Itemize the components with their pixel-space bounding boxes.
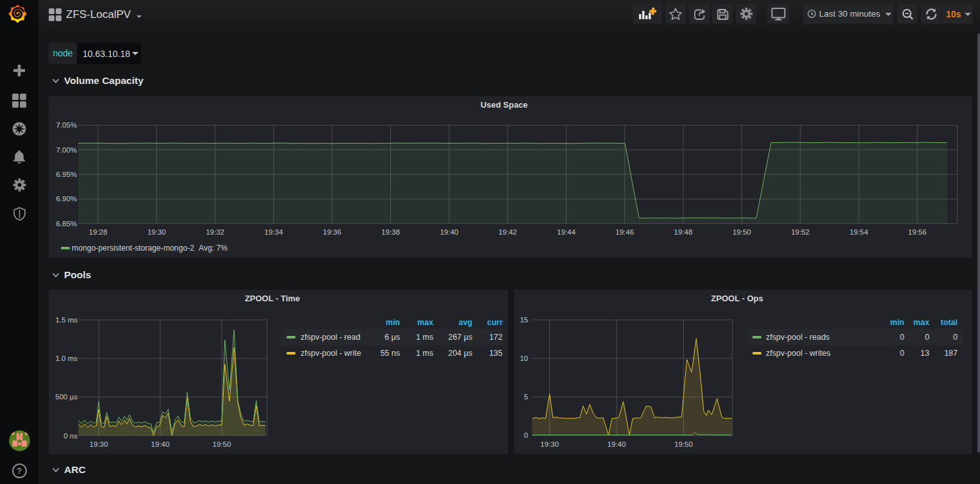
svg-text:19:56: 19:56 <box>908 228 927 236</box>
svg-text:19:50: 19:50 <box>733 228 751 236</box>
svg-text:19:46: 19:46 <box>615 228 634 236</box>
svg-text:19:30: 19:30 <box>540 440 559 448</box>
svg-text:6.90%: 6.90% <box>56 195 77 203</box>
svg-text:6.85%: 6.85% <box>56 220 77 228</box>
svg-text:0: 0 <box>524 431 528 439</box>
svg-text:15: 15 <box>520 316 528 324</box>
svg-text:19:36: 19:36 <box>323 228 342 236</box>
svg-text:19:32: 19:32 <box>206 228 224 236</box>
svg-text:19:42: 19:42 <box>499 228 517 236</box>
svg-text:19:40: 19:40 <box>608 440 626 448</box>
svg-text:6.95%: 6.95% <box>56 171 77 178</box>
svg-text:19:54: 19:54 <box>850 228 868 236</box>
svg-text:10: 10 <box>520 355 528 362</box>
svg-text:19:50: 19:50 <box>674 440 693 448</box>
svg-text:19:30: 19:30 <box>147 228 166 236</box>
svg-text:7.00%: 7.00% <box>56 146 77 154</box>
svg-text:19:40: 19:40 <box>440 228 458 236</box>
svg-text:7.05%: 7.05% <box>56 121 77 129</box>
svg-text:19:52: 19:52 <box>791 228 810 236</box>
svg-text:19:28: 19:28 <box>89 228 108 236</box>
svg-text:19:48: 19:48 <box>674 228 693 236</box>
svg-text:5: 5 <box>524 393 528 401</box>
svg-text:19:38: 19:38 <box>381 228 400 236</box>
svg-text:19:34: 19:34 <box>265 228 283 236</box>
svg-text:19:44: 19:44 <box>557 228 576 236</box>
